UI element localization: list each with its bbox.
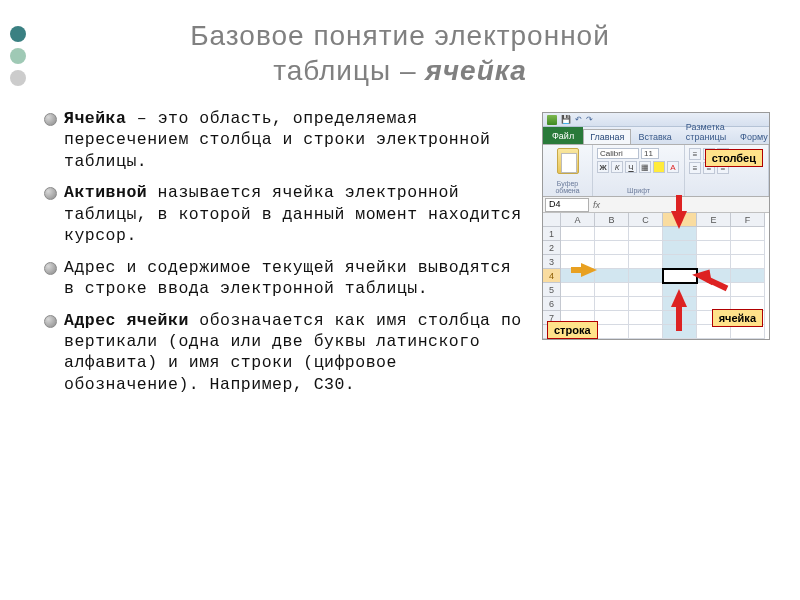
font-size-select[interactable]: 11 xyxy=(641,148,659,159)
align-left-icon[interactable]: ≡ xyxy=(689,162,701,174)
cell[interactable] xyxy=(629,297,663,311)
cell[interactable] xyxy=(595,269,629,283)
row-header-5[interactable]: 5 xyxy=(543,283,561,297)
cell[interactable] xyxy=(595,325,629,339)
row-header-1[interactable]: 1 xyxy=(543,227,561,241)
slide: Базовое понятие электронной таблицы – яч… xyxy=(0,0,800,600)
cell[interactable] xyxy=(629,227,663,241)
cell[interactable] xyxy=(561,227,595,241)
redo-icon: ↷ xyxy=(586,115,593,124)
col-header-E[interactable]: E xyxy=(697,213,731,227)
text-column: Ячейка – это область, определяемая перес… xyxy=(30,108,532,405)
formula-bar: D4 fx xyxy=(543,197,769,213)
cell[interactable] xyxy=(629,255,663,269)
bullet-3: Адрес и содержимое текущей ячейки выводя… xyxy=(42,257,532,300)
name-box[interactable]: D4 xyxy=(545,198,589,212)
col-header-B[interactable]: B xyxy=(595,213,629,227)
dot-teal xyxy=(10,26,26,42)
bullet-4-bold: Адрес ячейки xyxy=(64,311,189,330)
cell[interactable] xyxy=(731,241,765,255)
border-button[interactable]: ▦ xyxy=(639,161,651,173)
cell[interactable] xyxy=(629,283,663,297)
cell[interactable] xyxy=(731,227,765,241)
save-icon: 💾 xyxy=(561,115,571,124)
tab-insert[interactable]: Вставка xyxy=(631,129,678,144)
cell[interactable] xyxy=(561,297,595,311)
dot-mint xyxy=(10,48,26,64)
callout-cell: ячейка xyxy=(712,309,763,327)
row-5: 5 xyxy=(543,283,769,297)
tab-home[interactable]: Главная xyxy=(583,129,631,144)
font-color-button[interactable]: A xyxy=(667,161,679,173)
cell[interactable] xyxy=(663,255,697,269)
row-2: 2 xyxy=(543,241,769,255)
title-line2-prefix: таблицы – xyxy=(273,55,425,86)
ribbon-tabs: Файл Главная Вставка Разметка страницы Ф… xyxy=(543,127,769,145)
cell[interactable] xyxy=(629,269,663,283)
col-header-F[interactable]: F xyxy=(731,213,765,227)
bullet-3-text: Адрес и содержимое текущей ячейки выводя… xyxy=(64,258,511,298)
cell[interactable] xyxy=(629,311,663,325)
cell[interactable] xyxy=(731,269,765,283)
cell[interactable] xyxy=(697,227,731,241)
clipboard-label: Буфер обмена xyxy=(547,180,588,194)
tab-formulas[interactable]: Форму xyxy=(733,129,775,144)
cell[interactable] xyxy=(629,241,663,255)
row-header-6[interactable]: 6 xyxy=(543,297,561,311)
dot-grey xyxy=(10,70,26,86)
font-name-select[interactable]: Calibri xyxy=(597,148,639,159)
undo-icon: ↶ xyxy=(575,115,582,124)
cell[interactable] xyxy=(595,297,629,311)
underline-button[interactable]: Ч xyxy=(625,161,637,173)
align-top-icon[interactable]: ≡ xyxy=(689,148,701,160)
ribbon-group-clipboard: Буфер обмена xyxy=(543,145,593,196)
font-group-label: Шрифт xyxy=(597,187,680,194)
select-all-corner[interactable] xyxy=(543,213,561,227)
cell[interactable] xyxy=(663,241,697,255)
column-headers: A B C D E F xyxy=(543,213,769,227)
cell[interactable] xyxy=(595,255,629,269)
tab-layout[interactable]: Разметка страницы xyxy=(679,119,733,144)
cell[interactable] xyxy=(663,227,697,241)
cell[interactable] xyxy=(595,241,629,255)
cell[interactable] xyxy=(561,283,595,297)
bullet-2: Активной называется ячейка электронной т… xyxy=(42,182,532,246)
fx-icon[interactable]: fx xyxy=(589,200,604,210)
cell[interactable] xyxy=(697,255,731,269)
cell[interactable] xyxy=(731,283,765,297)
row-header-2[interactable]: 2 xyxy=(543,241,561,255)
row-header-3[interactable]: 3 xyxy=(543,255,561,269)
bullet-1-bold: Ячейка xyxy=(64,109,126,128)
cell[interactable] xyxy=(731,325,765,339)
cell[interactable] xyxy=(595,311,629,325)
font-controls: Calibri 11 Ж К Ч ▦ A xyxy=(597,148,680,173)
excel-screenshot: 💾 ↶ ↷ Файл Главная Вставка Разметка стра… xyxy=(542,112,770,340)
cell[interactable] xyxy=(697,325,731,339)
cell[interactable] xyxy=(595,283,629,297)
content-row: Ячейка – это область, определяемая перес… xyxy=(30,108,770,405)
decorative-dots xyxy=(10,26,26,92)
row-1: 1 xyxy=(543,227,769,241)
cell[interactable] xyxy=(697,241,731,255)
cell[interactable] xyxy=(731,255,765,269)
row-header-4[interactable]: 4 xyxy=(543,269,561,283)
italic-button[interactable]: К xyxy=(611,161,623,173)
arrow-cell-icon xyxy=(692,270,713,289)
cell[interactable] xyxy=(561,241,595,255)
bold-button[interactable]: Ж xyxy=(597,161,609,173)
cell[interactable] xyxy=(595,227,629,241)
col-header-C[interactable]: C xyxy=(629,213,663,227)
fill-color-button[interactable] xyxy=(653,161,665,173)
col-header-A[interactable]: A xyxy=(561,213,595,227)
illustration-column: 💾 ↶ ↷ Файл Главная Вставка Разметка стра… xyxy=(542,108,770,405)
paste-icon[interactable] xyxy=(557,148,579,174)
quick-access-toolbar: 💾 ↶ ↷ xyxy=(543,113,769,127)
title-line2-emphasis: ячейка xyxy=(425,55,527,86)
bullet-list: Ячейка – это область, определяемая перес… xyxy=(42,108,532,395)
tab-file[interactable]: Файл xyxy=(543,127,583,144)
excel-icon xyxy=(547,115,557,125)
cell[interactable] xyxy=(629,325,663,339)
arrow-column-icon xyxy=(671,211,687,229)
callout-row: строка xyxy=(547,321,598,339)
bullet-2-bold: Активной xyxy=(64,183,147,202)
